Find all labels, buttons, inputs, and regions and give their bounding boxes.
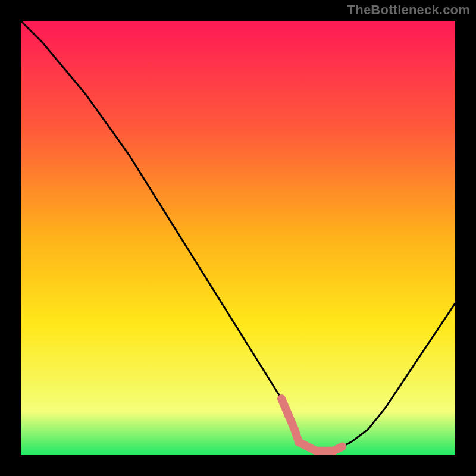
watermark-text: TheBottleneck.com [347, 2, 470, 18]
plot-background [21, 21, 455, 455]
chart-frame: TheBottleneck.com [0, 0, 476, 476]
chart-svg [0, 0, 476, 476]
